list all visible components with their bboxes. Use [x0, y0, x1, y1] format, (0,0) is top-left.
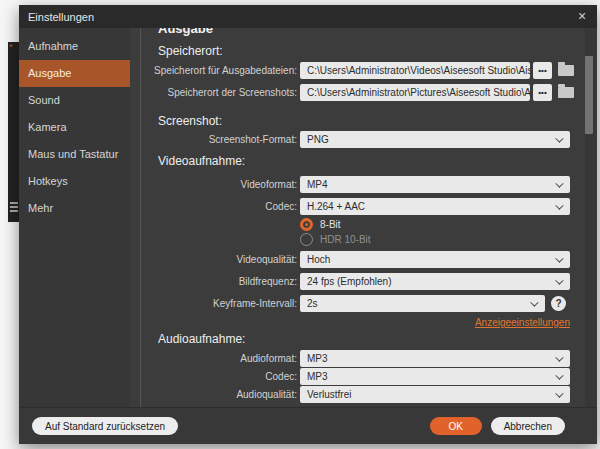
videoformat-label: Videoformat: — [130, 179, 297, 190]
chevron-down-icon — [530, 298, 538, 306]
audioformat-select[interactable]: MP3 — [300, 350, 570, 367]
chevron-down-icon — [555, 134, 563, 142]
video-codec-select[interactable]: H.264 + AAC — [300, 198, 570, 215]
screenshot-format-select[interactable]: PNG — [300, 131, 570, 148]
framerate-label: Bildfrequenz: — [130, 276, 297, 287]
chevron-down-icon — [555, 254, 563, 262]
cancel-button[interactable]: Abbrechen — [491, 417, 565, 435]
ok-button[interactable]: OK — [430, 417, 482, 435]
display-settings-link[interactable]: Anzeigeeinstellungen — [475, 317, 570, 328]
dialog-body: Aufnahme Ausgabe Sound Kamera Maus und T… — [19, 28, 597, 407]
screenshot-path-field[interactable]: C:\Users\Administrator\Pictures\Aiseesof… — [300, 84, 530, 101]
section-heading-audioaufnahme: Audioaufnahme: — [158, 332, 245, 346]
radio-selected-icon — [300, 218, 313, 231]
sidebar-item-hotkeys[interactable]: Hotkeys — [19, 168, 130, 195]
background-app-window: * — [8, 42, 19, 222]
screenshot-format-label: Screenshot-Format: — [130, 134, 297, 145]
videoformat-select[interactable]: MP4 — [300, 176, 570, 193]
help-icon[interactable]: ? — [551, 296, 566, 311]
keyframe-interval-select[interactable]: 2s — [300, 295, 545, 312]
output-path-label: Speicherort für Ausgabedateien: — [130, 65, 297, 76]
dialog-footer: Auf Standard zurücksetzen OK Abbrechen — [19, 407, 597, 444]
sidebar-item-aufnahme[interactable]: Aufnahme — [19, 33, 130, 60]
sidebar-item-maus-und-tastatur[interactable]: Maus und Tastatur — [19, 141, 130, 168]
audio-codec-select[interactable]: MP3 — [300, 368, 570, 385]
audioquality-label: Audioqualität: — [130, 389, 297, 400]
dialog-title: Einstellungen — [19, 11, 94, 23]
sidebar-item-ausgabe[interactable]: Ausgabe — [19, 60, 130, 87]
app-logo-asterisk: * — [9, 42, 13, 52]
radio-hdr-10bit[interactable]: HDR 10-Bit — [300, 233, 371, 246]
close-icon[interactable]: × — [567, 5, 597, 28]
chevron-down-icon — [555, 276, 563, 284]
output-path-field[interactable]: C:\Users\Administrator\Videos\Aiseesoft … — [300, 62, 530, 79]
open-screenshot-folder-icon[interactable] — [558, 87, 574, 98]
settings-content: Ausgabe Speicherort: Speicherort für Aus… — [130, 28, 597, 407]
sidebar-item-mehr[interactable]: Mehr — [19, 195, 130, 222]
page-title: Ausgabe — [158, 28, 213, 36]
settings-dialog: Einstellungen × Aufnahme Ausgabe Sound K… — [19, 5, 597, 444]
audio-codec-label: Codec: — [130, 371, 297, 382]
sidebar-item-kamera[interactable]: Kamera — [19, 114, 130, 141]
radio-8bit[interactable]: 8-Bit — [300, 218, 341, 231]
chevron-down-icon — [555, 389, 563, 397]
reset-defaults-button[interactable]: Auf Standard zurücksetzen — [32, 417, 178, 435]
chevron-down-icon — [555, 353, 563, 361]
sidebar-item-sound[interactable]: Sound — [19, 87, 130, 114]
section-heading-videoaufnahme: Videoaufnahme: — [158, 154, 245, 168]
video-codec-label: Codec: — [130, 201, 297, 212]
radio-unselected-icon — [300, 233, 313, 246]
screenshot-path-label: Speicherort der Screenshots: — [130, 87, 297, 98]
browse-screenshot-button[interactable]: ••• — [533, 84, 552, 101]
section-heading-speicherort: Speicherort: — [158, 44, 223, 58]
audioformat-label: Audioformat: — [130, 353, 297, 364]
hamburger-icon — [10, 202, 18, 214]
chevron-down-icon — [555, 371, 563, 379]
videoquality-select[interactable]: Hoch — [300, 251, 570, 268]
audioquality-select[interactable]: Verlustfrei — [300, 386, 570, 403]
videoquality-label: Videoqualität: — [130, 254, 297, 265]
dialog-titlebar: Einstellungen × — [19, 5, 597, 28]
chevron-down-icon — [555, 201, 563, 209]
browse-output-button[interactable]: ••• — [533, 62, 552, 79]
open-output-folder-icon[interactable] — [558, 65, 574, 76]
framerate-select[interactable]: 24 fps (Empfohlen) — [300, 273, 570, 290]
section-heading-screenshot: Screenshot: — [158, 114, 222, 128]
chevron-down-icon — [555, 179, 563, 187]
keyframe-interval-label: Keyframe-Intervall: — [130, 298, 297, 309]
scrollbar-track[interactable] — [585, 28, 596, 407]
desktop-background: * Einstellungen × Aufnahme Ausgabe Sound… — [0, 0, 600, 449]
settings-sidebar: Aufnahme Ausgabe Sound Kamera Maus und T… — [19, 28, 130, 407]
scrollbar-thumb[interactable] — [585, 56, 593, 134]
